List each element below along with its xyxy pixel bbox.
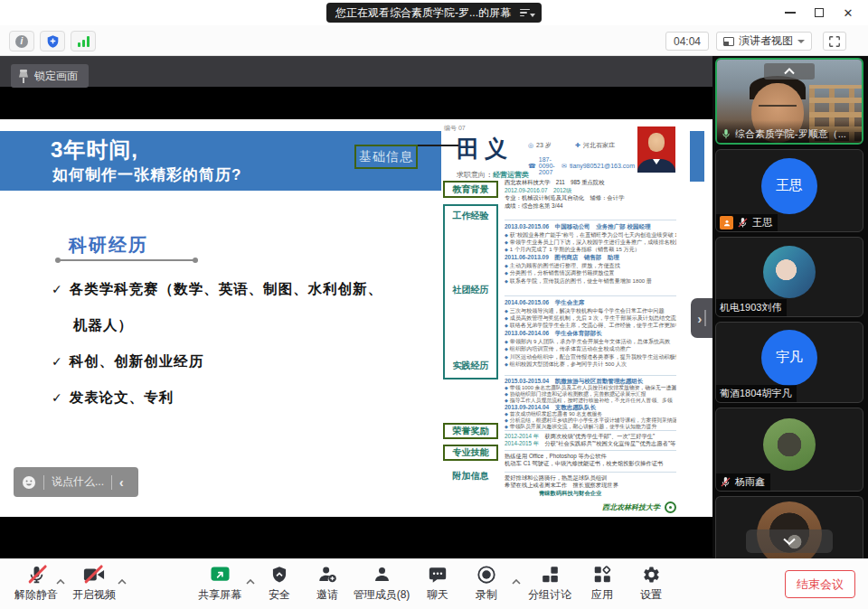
university-logo-icon <box>665 501 676 513</box>
maximize-button[interactable] <box>805 1 834 24</box>
meeting-health-button[interactable] <box>40 31 65 52</box>
collapse-strip-button[interactable] <box>764 63 815 80</box>
pin-view-label: 锁定画面 <box>34 69 78 84</box>
meeting-statusbar: i 04:04 演讲者视图 <box>0 25 868 56</box>
gear-icon <box>642 565 661 585</box>
resume-label-education: 教育背景 <box>443 181 498 198</box>
record-button[interactable]: 录制 <box>458 564 515 603</box>
avatar <box>763 246 816 298</box>
resume-contact: ◎23 岁 ✚河北石家庄 ☎187-0090-2007 ✉tiany980521… <box>528 141 635 182</box>
invite-person-icon <box>317 565 338 585</box>
id-photo <box>637 126 675 173</box>
end-meeting-button[interactable]: 结束会议 <box>785 570 855 598</box>
resume-label-column-box: 工作经验 社团经历 实践经历 <box>443 204 498 379</box>
participant-name-bar: 杨雨鑫 <box>716 473 770 491</box>
fullscreen-icon <box>828 35 841 48</box>
participant-tile-host[interactable]: 综合素质学院-罗顺意（... <box>715 58 863 145</box>
chevron-down-icon <box>797 40 805 43</box>
fullscreen-button[interactable] <box>823 32 846 51</box>
participants-sidebar: 综合素质学院-罗顺意（... 王思 王思 机电1903刘伟 宇凡 <box>712 56 868 558</box>
basic-info-callout: 基础信息 <box>354 145 418 169</box>
meeting-control-dock: 解除静音 开启视频 共享屏幕 <box>0 558 868 609</box>
check-icon: ✓ <box>52 282 63 296</box>
chat-input-placeholder[interactable]: 说点什么... <box>52 474 104 490</box>
meeting-timer: 04:04 <box>665 32 709 51</box>
meeting-main-area: 锁定画面 3年时间, 如何制作一张精彩的简历? 基础信息 科研经历 ✓各类学科竞… <box>0 56 868 558</box>
chevron-down-icon <box>782 538 797 546</box>
watch-options-icon[interactable] <box>520 9 533 17</box>
member-person-icon <box>373 565 392 585</box>
resume-label-work: 工作经验 <box>445 210 496 222</box>
apps-grid-icon <box>593 565 612 585</box>
person-badge-icon <box>720 216 733 230</box>
window-controls: ✕ <box>776 0 863 25</box>
chat-bubble-icon <box>428 566 448 585</box>
section-underline <box>58 259 195 261</box>
record-icon <box>476 565 496 585</box>
resume-label-club: 社团经历 <box>445 284 496 296</box>
manage-members-button[interactable]: 管理成员(8) <box>345 564 418 603</box>
resume-extra-section: 爱好排球和公路骑行，熟悉足球队员组训 希望在线上或者周末工作 擅长观察发现世界 … <box>505 473 676 514</box>
location-icon: ✚ <box>575 142 580 149</box>
settings-button[interactable]: 设置 <box>622 564 680 603</box>
resume-education-section: 西北农林科技大学 211 985 重点院校 2012.09-2016.07 20… <box>505 177 676 220</box>
resume-practice-section: 2015.03-2015.04 凯撒旅游与校区后勤管理志愿组长 ◆带领 1000… <box>505 376 676 431</box>
participant-tile-overflow[interactable] <box>715 496 863 558</box>
participant-tile[interactable]: 杨雨鑫 <box>715 408 863 492</box>
participant-tile[interactable]: 宇凡 葡酒1804胡宇凡 <box>715 322 863 403</box>
video-options-chevron[interactable] <box>118 572 127 588</box>
window-titlebar: 您正在观看综合素质学院-罗...的屏幕 ✕ <box>0 0 868 25</box>
quick-chat-bar[interactable]: 说点什么... ‹ <box>14 467 138 497</box>
slide-title-line1: 3年时间, <box>51 136 138 164</box>
mic-muted-icon <box>720 476 731 488</box>
scroll-more-button[interactable] <box>746 529 833 553</box>
slide-title-banner: 3年时间, 如何制作一张精彩的简历? 基础信息 <box>0 131 442 191</box>
slide-bullet-list: ✓各类学科竞赛（数学、英语、制图、水利创新、 机器人） ✓科创、创新创业经历 ✓… <box>52 271 431 416</box>
close-button[interactable]: ✕ <box>834 1 863 24</box>
minimize-button[interactable] <box>776 1 805 24</box>
sidebar-collapse-handle[interactable]: › <box>691 298 712 338</box>
watching-screen-pill[interactable]: 您正在观看综合素质学院-罗...的屏幕 <box>326 3 542 23</box>
participant-tile[interactable]: 机电1903刘伟 <box>715 237 863 317</box>
resume-name: 田义 <box>457 134 513 164</box>
mic-options-chevron[interactable] <box>56 572 65 588</box>
university-name: 西北农林科技大学 <box>602 502 660 512</box>
chevron-right-icon: › <box>697 311 702 326</box>
email-icon: ✉ <box>561 163 567 170</box>
participant-name-bar: 王思 <box>716 214 778 231</box>
mic-on-icon <box>721 128 731 140</box>
shield-plus-icon <box>46 34 60 49</box>
avatar: 宇凡 <box>761 330 817 386</box>
breakout-blocks-icon <box>541 565 560 585</box>
participant-tile[interactable]: 王思 王思 <box>715 149 863 232</box>
participant-name-bar: 综合素质学院-罗顺意（... <box>717 120 862 143</box>
network-signal-button[interactable] <box>71 31 96 52</box>
collapse-chat-icon[interactable]: ‹ <box>119 475 124 490</box>
view-mode-selector[interactable]: 演讲者视图 <box>716 32 812 51</box>
resume-club-section: 2014.06-2015.06 学生会主席 ◆三次与校领导沟通，解决学校机构中每… <box>505 296 676 376</box>
start-video-button[interactable]: 开启视频 <box>65 564 123 603</box>
callout-connector-line <box>418 145 458 146</box>
meeting-info-button[interactable]: i <box>9 31 34 52</box>
resume-label-honor: 荣誉奖励 <box>443 423 498 439</box>
emoji-icon[interactable] <box>22 475 36 490</box>
participant-name-bar: 机电1903刘伟 <box>716 299 787 316</box>
shared-screen-area: 锁定画面 3年时间, 如何制作一张精彩的简历? 基础信息 科研经历 ✓各类学科竞… <box>0 56 712 558</box>
check-icon: ✓ <box>52 390 63 405</box>
participant-name: 机电1903刘伟 <box>720 301 781 314</box>
close-icon: ✕ <box>844 7 854 19</box>
watching-screen-label: 您正在观看综合素质学院-罗...的屏幕 <box>335 5 511 21</box>
share-screen-button[interactable]: 共享屏幕 <box>191 564 249 603</box>
participant-name: 王思 <box>752 216 772 230</box>
share-screen-icon <box>210 566 231 585</box>
pin-view-button[interactable]: 锁定画面 <box>11 64 89 88</box>
shared-screen-topbar: 锁定画面 <box>0 56 712 87</box>
info-icon: i <box>15 35 28 48</box>
presentation-slide: 3年时间, 如何制作一张精彩的简历? 基础信息 科研经历 ✓各类学科竞赛（数学、… <box>0 119 712 517</box>
avatar: 王思 <box>761 158 817 214</box>
slide-title-line2: 如何制作一张精彩的简历? <box>52 164 241 185</box>
participant-name-bar: 葡酒1804胡宇凡 <box>716 385 797 402</box>
resume-label-skill: 专业技能 <box>443 445 498 461</box>
resume-skill-section: 熟练使用 Office，Photoshop 等办公软件 机动车 C1 驾驶证，中… <box>505 451 676 473</box>
signal-bars-icon <box>78 36 90 47</box>
